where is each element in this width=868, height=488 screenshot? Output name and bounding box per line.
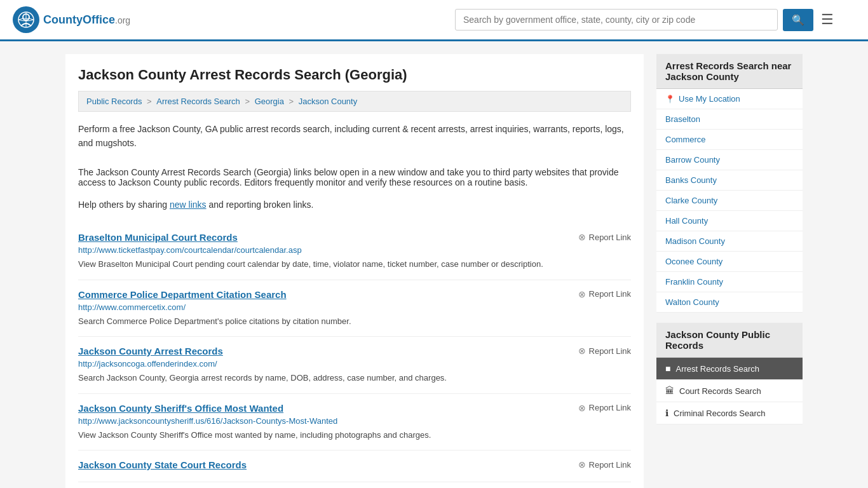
logo[interactable]: CountyOffice.org <box>13 6 130 33</box>
help-text: Help others by sharing new links and rep… <box>78 198 631 212</box>
record-item: Commerce Police Department Citation Sear… <box>78 280 631 337</box>
record-url-1: http://www.commercetix.com/ <box>78 302 631 312</box>
nearby-link-6[interactable]: Hall County <box>656 211 803 231</box>
nearby-item-10: Walton County <box>656 292 803 313</box>
report-link-button-2[interactable]: ⊗ Report Link <box>578 346 631 356</box>
record-title-1[interactable]: Commerce Police Department Citation Sear… <box>78 289 287 300</box>
nearby-item-3: Barrow County <box>656 150 803 170</box>
logo-icon <box>13 6 39 33</box>
nearby-item-5: Clarke County <box>656 191 803 211</box>
nearby-list: 📍Use My LocationBraseltonCommerceBarrow … <box>656 89 803 313</box>
public-link-0[interactable]: ■Arrest Records Search <box>656 358 803 379</box>
nearby-item-1: Braselton <box>656 109 803 130</box>
nearby-link-5[interactable]: Clarke County <box>656 191 803 210</box>
menu-button[interactable]: ☰ <box>818 9 836 30</box>
record-url-3: http://www.jacksoncountysheriff.us/616/J… <box>78 416 631 426</box>
nearby-header: Arrest Records Search near Jackson Count… <box>656 54 803 89</box>
nearby-item-2: Commerce <box>656 130 803 150</box>
records-list: Braselton Municipal Court Records ⊗ Repo… <box>78 223 631 482</box>
report-link-button-3[interactable]: ⊗ Report Link <box>578 403 631 413</box>
nearby-item-0: 📍Use My Location <box>656 89 803 109</box>
location-icon: 📍 <box>665 95 675 104</box>
record-item: Jackson County Arrest Records ⊗ Report L… <box>78 337 631 394</box>
report-icon-0: ⊗ <box>578 232 586 242</box>
public-records-list: ■Arrest Records Search🏛Court Records Sea… <box>656 358 803 424</box>
breadcrumb-jackson-county[interactable]: Jackson County <box>299 97 358 106</box>
search-button[interactable]: 🔍 <box>783 9 813 31</box>
nearby-link-0[interactable]: 📍Use My Location <box>656 89 803 109</box>
public-item-1: 🏛Court Records Search <box>656 380 803 402</box>
nearby-link-4[interactable]: Banks County <box>656 170 803 190</box>
intro-paragraph-2: The Jackson County Arrest Records Search… <box>78 167 631 187</box>
record-title-0[interactable]: Braselton Municipal Court Records <box>78 232 238 243</box>
report-icon-3: ⊗ <box>578 403 586 413</box>
breadcrumb: Public Records > Arrest Records Search >… <box>78 91 631 112</box>
report-link-button-1[interactable]: ⊗ Report Link <box>578 289 631 299</box>
report-icon-1: ⊗ <box>578 289 586 299</box>
record-item: Jackson County Sheriff's Office Most Wan… <box>78 394 631 451</box>
new-links-link[interactable]: new links <box>170 200 207 210</box>
nearby-link-2[interactable]: Commerce <box>656 130 803 149</box>
nearby-link-7[interactable]: Madison County <box>656 231 803 251</box>
public-icon-2: ℹ <box>665 408 668 418</box>
logo-text: CountyOffice.org <box>43 13 130 27</box>
nearby-item-9: Franklin County <box>656 272 803 292</box>
record-item: Jackson County State Court Records ⊗ Rep… <box>78 451 631 482</box>
breadcrumb-georgia[interactable]: Georgia <box>255 97 284 106</box>
public-link-1[interactable]: 🏛Court Records Search <box>656 380 803 402</box>
nearby-link-1[interactable]: Braselton <box>656 109 803 129</box>
search-input[interactable] <box>455 9 778 30</box>
breadcrumb-arrest-records[interactable]: Arrest Records Search <box>156 97 240 106</box>
nearby-section: Arrest Records Search near Jackson Count… <box>656 54 803 313</box>
report-link-button-4[interactable]: ⊗ Report Link <box>578 459 631 470</box>
record-desc-3: View Jackson County Sheriff's Office mos… <box>78 429 631 442</box>
report-icon-2: ⊗ <box>578 346 586 356</box>
intro-paragraph-1: Perform a free Jackson County, GA public… <box>78 122 631 151</box>
record-url-0: http://www.ticketfastpay.com/courtcalend… <box>78 245 631 255</box>
breadcrumb-public-records[interactable]: Public Records <box>86 97 142 106</box>
public-records-header: Jackson County Public Records <box>656 323 803 358</box>
nearby-item-7: Madison County <box>656 231 803 252</box>
public-records-section: Jackson County Public Records ■Arrest Re… <box>656 323 803 424</box>
record-title-4[interactable]: Jackson County State Court Records <box>78 459 247 470</box>
nearby-link-10[interactable]: Walton County <box>656 292 803 312</box>
record-desc-2: Search Jackson County, Georgia arrest re… <box>78 372 631 384</box>
record-title-2[interactable]: Jackson County Arrest Records <box>78 346 223 356</box>
nearby-link-9[interactable]: Franklin County <box>656 272 803 292</box>
record-desc-0: View Braselton Municipal Court pending c… <box>78 258 631 271</box>
record-title-3[interactable]: Jackson County Sheriff's Office Most Wan… <box>78 403 283 414</box>
public-icon-1: 🏛 <box>665 386 674 396</box>
public-item-0: ■Arrest Records Search <box>656 358 803 380</box>
public-link-2[interactable]: ℹCriminal Records Search <box>656 402 803 424</box>
record-desc-1: Search Commerce Police Department's poli… <box>78 315 631 328</box>
nearby-item-8: Oconee County <box>656 252 803 272</box>
record-item: Braselton Municipal Court Records ⊗ Repo… <box>78 223 631 280</box>
report-link-button-0[interactable]: ⊗ Report Link <box>578 232 631 242</box>
report-icon-4: ⊗ <box>578 459 586 470</box>
public-icon-0: ■ <box>665 363 670 374</box>
nearby-link-8[interactable]: Oconee County <box>656 252 803 271</box>
nearby-link-3[interactable]: Barrow County <box>656 150 803 170</box>
nearby-item-6: Hall County <box>656 211 803 231</box>
page-title: Jackson County Arrest Records Search (Ge… <box>78 67 631 83</box>
public-item-2: ℹCriminal Records Search <box>656 402 803 424</box>
nearby-item-4: Banks County <box>656 170 803 191</box>
record-url-2: http://jacksoncoga.offenderindex.com/ <box>78 359 631 369</box>
